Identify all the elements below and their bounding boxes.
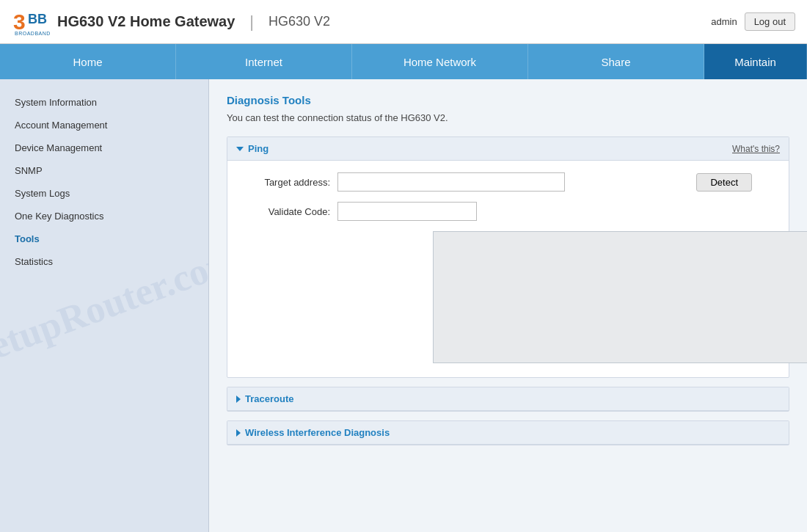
nav-home-network[interactable]: Home Network bbox=[352, 44, 528, 79]
ping-result-area[interactable] bbox=[433, 231, 807, 363]
wireless-section-label: Wireless Interference Diagnosis bbox=[245, 427, 390, 438]
validate-code-input[interactable] bbox=[337, 202, 477, 221]
wireless-section-header[interactable]: Wireless Interference Diagnosis bbox=[227, 421, 789, 445]
sidebar-item-system-information[interactable]: System Information bbox=[0, 91, 208, 114]
nav-internet[interactable]: Internet bbox=[176, 44, 352, 79]
header-title: HG630 V2 Home Gateway bbox=[57, 13, 235, 30]
main-layout: System Information Account Management De… bbox=[0, 79, 807, 532]
ping-section-header[interactable]: Ping What's this? bbox=[227, 137, 789, 161]
logout-button[interactable]: Log out bbox=[745, 12, 795, 31]
svg-text:BROADBAND: BROADBAND bbox=[15, 31, 50, 36]
traceroute-section-header[interactable]: Traceroute bbox=[227, 387, 789, 411]
ping-form: Target address: Detect Validate Code: bbox=[227, 161, 789, 377]
wireless-panel: Wireless Interference Diagnosis bbox=[227, 420, 789, 445]
admin-label: admin bbox=[711, 16, 737, 27]
navbar: Home Internet Home Network Share Maintai… bbox=[0, 44, 807, 79]
ping-panel: Ping What's this? Target address: Detect… bbox=[227, 136, 789, 378]
target-address-label: Target address: bbox=[242, 177, 337, 188]
svg-text:BB: BB bbox=[28, 12, 47, 26]
validate-code-label: Validate Code: bbox=[242, 206, 337, 217]
sidebar-item-system-logs[interactable]: System Logs bbox=[0, 182, 208, 205]
header-divider: | bbox=[249, 12, 254, 32]
detect-button[interactable]: Detect bbox=[696, 173, 752, 192]
header: 3 BB BROADBAND HG630 V2 Home Gateway | H… bbox=[0, 0, 807, 44]
sidebar-item-device-management[interactable]: Device Management bbox=[0, 136, 208, 159]
wireless-expand-icon bbox=[236, 429, 241, 437]
nav-home[interactable]: Home bbox=[0, 44, 176, 79]
nav-share[interactable]: Share bbox=[528, 44, 704, 79]
sidebar-item-account-management[interactable]: Account Management bbox=[0, 114, 208, 136]
content: Diagnosis Tools You can test the connect… bbox=[209, 79, 807, 532]
ping-section-label: Ping bbox=[248, 143, 269, 154]
logo-area: 3 BB BROADBAND HG630 V2 Home Gateway | H… bbox=[12, 6, 330, 38]
nav-maintain[interactable]: Maintain bbox=[704, 44, 807, 79]
header-model: HG630 V2 bbox=[269, 14, 330, 29]
sidebar-item-tools[interactable]: Tools bbox=[0, 227, 208, 250]
whats-this-link[interactable]: What's this? bbox=[732, 144, 780, 154]
sidebar-item-one-key-diagnostics[interactable]: One Key Diagnostics bbox=[0, 205, 208, 227]
page-heading: Diagnosis Tools bbox=[227, 94, 789, 106]
logo-icon: 3 BB BROADBAND bbox=[12, 6, 50, 38]
header-right: admin Log out bbox=[711, 12, 795, 31]
traceroute-section-label: Traceroute bbox=[245, 393, 293, 404]
sidebar-item-snmp[interactable]: SNMP bbox=[0, 159, 208, 182]
traceroute-expand-icon bbox=[236, 396, 241, 403]
sidebar: System Information Account Management De… bbox=[0, 79, 209, 532]
page-description: You can test the connection status of th… bbox=[227, 112, 789, 123]
sidebar-item-statistics[interactable]: Statistics bbox=[0, 250, 208, 273]
traceroute-panel: Traceroute bbox=[227, 387, 789, 412]
target-address-input[interactable] bbox=[337, 172, 565, 192]
ping-collapse-icon bbox=[236, 147, 244, 151]
